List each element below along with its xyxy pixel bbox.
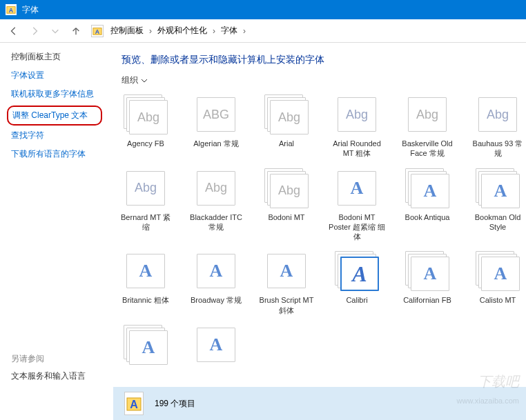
font-thumbnail[interactable]: Abg (124, 168, 168, 208)
font-thumbnail[interactable]: A (405, 168, 449, 208)
address-bar-icon[interactable]: A (91, 25, 104, 37)
font-label: Bernard MT 紧缩 (117, 212, 174, 232)
font-thumbnail[interactable]: Abg (335, 94, 379, 134)
chevron-right-icon[interactable]: › (213, 26, 215, 36)
font-thumbnail[interactable]: ABG (194, 94, 238, 134)
font-label: Calibri (329, 295, 385, 305)
font-grid[interactable]: AbgAgency FBABGAlgerian 常规AbgArialAbgAri… (113, 92, 526, 387)
organize-label: 组织 (121, 74, 138, 86)
font-item[interactable]: ABookman Old Style (469, 168, 526, 242)
svg-text:A: A (9, 7, 14, 14)
font-item[interactable]: A (117, 325, 174, 369)
up-button[interactable] (68, 23, 84, 39)
font-item[interactable]: AbgBernard MT 紧缩 (117, 168, 174, 242)
font-item[interactable]: ABodoni MT Poster 超紧缩 细体 (329, 168, 385, 242)
window-title: 字体 (22, 4, 39, 16)
toolbar: 组织 (113, 72, 526, 92)
font-thumbnail[interactable]: A (194, 251, 238, 291)
font-item[interactable]: AbgBaskerville Old Face 常规 (399, 94, 456, 159)
status-folder-icon: A (124, 392, 144, 415)
font-label: Blackadder ITC 常规 (188, 212, 244, 232)
svg-text:A: A (95, 28, 100, 34)
font-label: Bookman Old Style (469, 212, 526, 232)
main-area: 控制面板主页 字体设置 联机获取更多字体信息 调整 ClearType 文本 查… (0, 43, 526, 420)
sidebar-home[interactable]: 控制面板主页 (11, 51, 102, 63)
font-thumbnail[interactable]: Abg (264, 94, 309, 134)
font-label: Bodoni MT (258, 212, 315, 222)
font-label: Arial Rounded MT 粗体 (329, 139, 385, 159)
font-item[interactable]: ABGAlgerian 常规 (188, 94, 244, 159)
svg-text:A: A (130, 399, 138, 410)
font-item[interactable]: ABritannic 粗体 (117, 251, 174, 315)
font-item[interactable]: ACalisto MT (469, 251, 526, 315)
back-button[interactable] (6, 23, 22, 39)
page-heading: 预览、删除或者显示和隐藏计算机上安装的字体 (113, 43, 526, 72)
font-label: Britannic 粗体 (117, 295, 174, 305)
font-item[interactable]: AbgAgency FB (117, 94, 174, 159)
font-item[interactable]: ACalibri (329, 251, 385, 315)
sidebar-link-cleartype[interactable]: 调整 ClearType 文本 (7, 106, 102, 126)
font-label: Calisto MT (469, 295, 526, 305)
font-label: Broadway 常规 (188, 295, 244, 305)
font-label: Bodoni MT Poster 超紧缩 细体 (329, 212, 385, 242)
fonts-folder-icon: A (6, 4, 17, 15)
font-thumbnail[interactable]: A (335, 251, 379, 291)
see-also-title: 另请参阅 (11, 353, 102, 365)
font-thumbnail[interactable]: A (476, 168, 520, 208)
item-count: 199 个项目 (155, 398, 195, 410)
breadcrumb: 控制面板 › 外观和个性化 › 字体 › (108, 23, 246, 38)
font-thumbnail[interactable]: A (405, 251, 449, 291)
statusbar: A 199 个项目 (113, 387, 526, 420)
font-label: Agency FB (117, 139, 174, 148)
sidebar-link-online-fonts[interactable]: 联机获取更多字体信息 (11, 88, 102, 100)
sidebar-link-text-services[interactable]: 文本服务和输入语言 (11, 370, 102, 382)
font-thumbnail[interactable]: A (194, 325, 238, 365)
font-thumbnail[interactable]: Abg (476, 94, 520, 134)
font-item[interactable]: ACalifornian FB (399, 251, 456, 315)
font-item[interactable]: AbgArial (258, 94, 315, 159)
font-item[interactable]: ABook Antiqua (399, 168, 456, 242)
crumb-control-panel[interactable]: 控制面板 (108, 23, 146, 38)
chevron-down-icon (141, 77, 148, 84)
chevron-right-icon[interactable]: › (243, 26, 246, 36)
font-label: Algerian 常规 (188, 139, 244, 148)
font-label: Brush Script MT 斜体 (258, 295, 315, 315)
organize-button[interactable]: 组织 (121, 74, 148, 86)
titlebar: A 字体 (0, 0, 526, 19)
font-thumbnail[interactable]: A (124, 325, 168, 365)
font-item[interactable]: A (188, 325, 244, 369)
font-label: Book Antiqua (399, 212, 456, 222)
font-item[interactable]: ABrush Script MT 斜体 (258, 251, 315, 315)
forward-button[interactable] (26, 23, 43, 39)
font-thumbnail[interactable]: Abg (405, 94, 449, 134)
font-item[interactable]: ABroadway 常规 (188, 251, 244, 315)
sidebar-link-find-char[interactable]: 查找字符 (11, 130, 102, 141)
font-label: Arial (258, 139, 315, 148)
font-item[interactable]: AbgArial Rounded MT 粗体 (329, 94, 385, 159)
content-area: 预览、删除或者显示和隐藏计算机上安装的字体 组织 AbgAgency FBABG… (113, 43, 526, 420)
font-thumbnail[interactable]: A (264, 251, 309, 291)
font-item[interactable]: AbgBlackadder ITC 常规 (188, 168, 244, 242)
font-item[interactable]: AbgBodoni MT (258, 168, 315, 242)
sidebar: 控制面板主页 字体设置 联机获取更多字体信息 调整 ClearType 文本 查… (0, 43, 113, 420)
font-thumbnail[interactable]: Abg (194, 168, 238, 208)
font-thumbnail[interactable]: A (476, 251, 520, 291)
font-label: Californian FB (399, 295, 456, 305)
recent-dropdown-icon[interactable] (47, 23, 64, 39)
font-thumbnail[interactable]: A (335, 168, 379, 208)
sidebar-link-download-all[interactable]: 下载所有语言的字体 (11, 148, 102, 160)
crumb-fonts[interactable]: 字体 (218, 23, 240, 38)
chevron-right-icon[interactable]: › (149, 26, 152, 36)
font-label: Baskerville Old Face 常规 (399, 139, 456, 159)
font-item[interactable]: AbgBauhaus 93 常规 (469, 94, 526, 159)
font-thumbnail[interactable]: Abg (124, 94, 168, 134)
sidebar-link-font-settings[interactable]: 字体设置 (11, 70, 102, 81)
font-thumbnail[interactable]: Abg (264, 168, 309, 208)
font-label: Bauhaus 93 常规 (469, 139, 526, 159)
font-thumbnail[interactable]: A (124, 251, 168, 291)
navbar: A 控制面板 › 外观和个性化 › 字体 › (0, 19, 526, 43)
crumb-appearance[interactable]: 外观和个性化 (155, 23, 210, 38)
